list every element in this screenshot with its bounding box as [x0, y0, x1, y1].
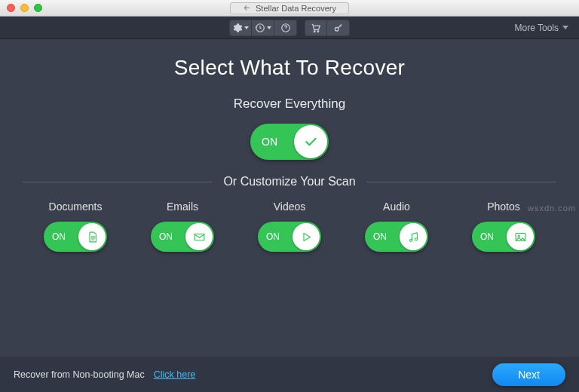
history-icon: [255, 23, 265, 33]
mail-icon: [193, 231, 206, 243]
window-controls: [7, 4, 42, 12]
tool-group-settings: [229, 20, 297, 36]
svg-point-6: [415, 237, 417, 240]
tool-group-purchase: [305, 20, 350, 36]
category-audio: Audio ON: [347, 201, 446, 252]
footer: Recover from Non-booting Mac Click here …: [0, 356, 579, 392]
help-button[interactable]: [274, 20, 297, 36]
recover-everything-label: Recover Everything: [23, 96, 556, 112]
cart-icon: [311, 23, 321, 33]
toggle-knob: [185, 223, 213, 250]
help-icon: [280, 23, 291, 33]
category-videos: Videos ON: [240, 201, 339, 252]
check-icon: [303, 134, 318, 149]
toggle-on-text: ON: [159, 231, 173, 242]
title-pill: Stellar Data Recovery: [230, 2, 349, 14]
settings-button[interactable]: [229, 20, 252, 36]
toggle-on-text: ON: [52, 231, 66, 242]
toggle-on-text: ON: [480, 231, 494, 242]
recover-everything-toggle[interactable]: ON: [250, 124, 329, 160]
history-button[interactable]: [252, 20, 274, 36]
category-emails: Emails ON: [133, 201, 232, 252]
customize-label: Or Customize Your Scan: [223, 175, 355, 188]
toggle-on-text: ON: [262, 136, 277, 148]
toggle-knob: [294, 125, 327, 158]
toggle-knob: [507, 223, 534, 250]
toolbar: More Tools: [0, 17, 579, 39]
toggle-on-text: ON: [373, 231, 387, 242]
audio-toggle[interactable]: ON: [365, 222, 428, 252]
emails-toggle[interactable]: ON: [151, 222, 214, 252]
maximize-icon[interactable]: [34, 4, 42, 12]
titlebar: Stellar Data Recovery: [0, 0, 579, 17]
activate-button[interactable]: [327, 20, 350, 36]
category-label: Emails: [133, 201, 232, 213]
svg-point-2: [317, 30, 319, 32]
more-tools-button[interactable]: More Tools: [515, 23, 568, 33]
toggle-knob: [293, 223, 320, 250]
category-row: Documents ON Emails ON Videos ON: [23, 201, 556, 252]
svg-point-1: [314, 30, 315, 32]
gear-icon: [232, 23, 243, 33]
nonboot-label: Recover from Non-booting Mac: [14, 369, 145, 380]
back-arrow-icon: [243, 4, 251, 12]
next-button[interactable]: Next: [492, 363, 565, 386]
document-icon: [86, 231, 99, 243]
category-label: Documents: [26, 201, 125, 213]
toggle-knob: [78, 223, 106, 250]
svg-point-5: [409, 239, 412, 241]
documents-toggle[interactable]: ON: [44, 222, 107, 252]
svg-rect-4: [195, 234, 204, 240]
svg-point-3: [335, 27, 339, 31]
category-photos: Photos ON: [454, 201, 553, 252]
toggle-on-text: ON: [266, 231, 280, 242]
category-label: Videos: [240, 201, 339, 213]
window-title: Stellar Data Recovery: [256, 4, 336, 13]
category-label: Audio: [347, 201, 446, 213]
category-label: Photos: [454, 201, 553, 213]
page-title: Select What To Recover: [23, 56, 556, 80]
main-content: Select What To Recover Recover Everythin…: [0, 39, 579, 252]
close-icon[interactable]: [7, 4, 15, 12]
svg-point-8: [518, 234, 519, 236]
videos-toggle[interactable]: ON: [258, 222, 321, 252]
toggle-knob: [400, 223, 427, 250]
customize-divider: Or Customize Your Scan: [23, 175, 556, 188]
key-icon: [333, 23, 344, 33]
image-icon: [514, 231, 527, 243]
click-here-link[interactable]: Click here: [154, 369, 196, 380]
music-icon: [407, 231, 420, 243]
cart-button[interactable]: [305, 20, 327, 36]
photos-toggle[interactable]: ON: [472, 222, 535, 252]
play-icon: [300, 231, 313, 243]
more-tools-label: More Tools: [515, 23, 559, 33]
category-documents: Documents ON: [26, 201, 125, 252]
minimize-icon[interactable]: [20, 4, 29, 12]
chevron-down-icon: [562, 26, 568, 29]
